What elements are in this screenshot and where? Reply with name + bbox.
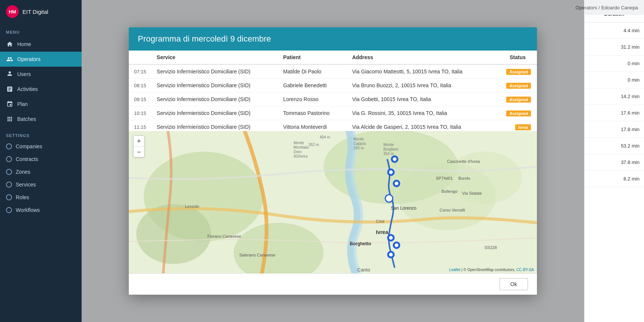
dot-icon-services	[6, 182, 12, 188]
home-icon	[6, 40, 13, 48]
sidebar-item-label: Batches	[17, 116, 36, 122]
modal-overlay: Programma di mercoledì 9 dicembre Servic…	[82, 0, 584, 322]
svg-text:Lessolo: Lessolo	[185, 204, 199, 209]
map-attribution: Leaflet | © OpenStreetMap contributors, …	[449, 268, 534, 272]
sidebar-item-label: Home	[17, 41, 31, 47]
sidebar-item-plan[interactable]: Plan	[0, 97, 82, 112]
table-row: 10:15 Servizio Infermieristico Domicilia…	[129, 106, 537, 120]
schedule-table: Service Patient Address Status 07:15 Ser…	[129, 51, 537, 131]
sidebar: HM EIT Digital MENU Home Operators Users…	[0, 0, 82, 322]
sidebar-item-home[interactable]: Home	[0, 37, 82, 52]
sidebar-item-roles[interactable]: Roles	[0, 191, 82, 204]
cell-patient: Gabriele Benedetti	[278, 79, 347, 92]
sidebar-item-companies[interactable]: Companies	[0, 140, 82, 153]
map-container[interactable]: Lessolo Loranzè Loranzè Alto Fiorano Can…	[129, 131, 537, 273]
sidebar-setting-label: Roles	[16, 194, 29, 200]
modal-header: Programma di mercoledì 9 dicembre	[129, 27, 537, 51]
sidebar-item-label: Activities	[17, 86, 38, 92]
cell-service: Servizio Infermieristico Domiciliare (SI…	[152, 79, 278, 92]
col-header-status: Status	[493, 51, 537, 64]
menu-section-label: MENU	[0, 23, 82, 37]
sidebar-setting-label: Workflows	[16, 207, 40, 213]
sidebar-header: HM EIT Digital	[0, 0, 82, 23]
ccbysa-link[interactable]: CC-BY-SA	[516, 268, 534, 272]
svg-text:Cappra: Cappra	[353, 142, 366, 146]
zoom-out-button[interactable]: −	[134, 146, 144, 157]
table-row: 09:15 Servizio Infermieristico Domicilia…	[129, 92, 537, 106]
cell-patient: Vittoria Monteverdi	[278, 120, 347, 131]
sidebar-item-operators[interactable]: Operators	[0, 52, 82, 67]
svg-text:SP74d01: SP74d01	[436, 176, 453, 180]
sidebar-item-batches[interactable]: Batches	[0, 112, 82, 127]
cell-time: 10:15	[129, 106, 152, 120]
trip-row: 17.6 min	[584, 105, 644, 121]
operators-icon	[6, 55, 13, 63]
svg-point-19	[389, 253, 393, 256]
sidebar-item-services[interactable]: Services	[0, 178, 82, 191]
zoom-in-button[interactable]: +	[134, 136, 144, 146]
cell-address: Via Alcide de Gasperi, 2, 10015 Ivrea TO…	[347, 120, 493, 131]
status-badge: Assigned	[506, 110, 531, 116]
plan-icon	[6, 100, 13, 108]
sidebar-item-label: Operators	[17, 56, 40, 62]
cell-patient: Lorenzo Rosso	[278, 92, 347, 106]
trip-duration-panel: TripDuration 4.4 min 31.2 min 0 min 0 mi…	[584, 0, 644, 322]
svg-text:Mombaio: Mombaio	[294, 145, 309, 149]
leaflet-link[interactable]: Leaflet	[449, 268, 461, 272]
sidebar-setting-label: Services	[16, 182, 36, 188]
svg-point-15	[389, 236, 393, 240]
table-row: 11:15 Servizio Infermieristico Domicilia…	[129, 120, 537, 131]
schedule-table-container[interactable]: Service Patient Address Status 07:15 Ser…	[129, 51, 537, 131]
svg-text:Fiorano Canavese: Fiorano Canavese	[207, 234, 241, 239]
svg-text:Via Statale: Via Statale	[462, 191, 482, 195]
cell-status: Assigned	[493, 106, 537, 120]
svg-text:Cascinette d'Ivrea: Cascinette d'Ivrea	[447, 159, 480, 164]
cell-status: Assigned	[493, 64, 537, 79]
sidebar-item-zones[interactable]: Zones	[0, 165, 82, 178]
svg-text:293 m: 293 m	[353, 146, 364, 150]
svg-text:404 m: 404 m	[320, 135, 330, 139]
modal-footer: Ok	[129, 273, 537, 295]
svg-text:352 m: 352 m	[309, 143, 319, 147]
cell-patient: Matilde Di Paolo	[278, 64, 347, 79]
svg-text:354 m: 354 m	[383, 152, 394, 156]
breadcrumb-path: Operators / Edoardo Canepa	[575, 5, 638, 10]
table-row: 08:15 Servizio Infermieristico Domicilia…	[129, 79, 537, 92]
sidebar-item-activities[interactable]: Activities	[0, 82, 82, 97]
svg-text:Brogliaro: Brogliaro	[383, 147, 398, 151]
svg-text:Ivrea: Ivrea	[376, 229, 388, 235]
cell-service: Servizio Infermieristico Domiciliare (SI…	[152, 92, 278, 106]
dot-icon-zones	[6, 169, 12, 175]
cell-address: Via Bruno Buozzi, 2, 10015 Ivrea TO, Ita…	[347, 79, 493, 92]
status-badge: Assigned	[506, 83, 531, 89]
cell-address: Via Giacomo Matteotti, 5, 10015 Ivrea TO…	[347, 64, 493, 79]
schedule-modal: Programma di mercoledì 9 dicembre Servic…	[129, 27, 537, 295]
dot-icon-workflows	[6, 207, 12, 213]
trip-row: 37.8 min	[584, 154, 644, 171]
sidebar-item-contracts[interactable]: Contracts	[0, 153, 82, 165]
svg-text:Corso Vercelli: Corso Vercelli	[440, 208, 465, 212]
users-icon	[6, 70, 13, 78]
main-area: Operators / Edoardo Canepa TripDuration …	[82, 0, 644, 322]
svg-point-10	[389, 170, 393, 174]
svg-text:Borghetto: Borghetto	[350, 241, 371, 246]
svg-text:Salerano Canavese: Salerano Canavese	[239, 253, 276, 257]
dot-icon-roles	[6, 194, 12, 200]
cell-status: Assigned	[493, 79, 537, 92]
batches-icon	[6, 115, 13, 123]
settings-section-label: SETTINGS	[0, 127, 82, 140]
svg-point-17	[395, 243, 398, 247]
status-badge: Assigned	[506, 69, 531, 75]
activities-icon	[6, 85, 13, 93]
svg-point-2	[136, 204, 211, 264]
app-logo: HM	[6, 5, 19, 18]
svg-text:Crist: Crist	[376, 219, 385, 224]
dot-icon-companies	[6, 143, 12, 149]
sidebar-item-workflows[interactable]: Workflows	[0, 204, 82, 216]
modal-title: Programma di mercoledì 9 dicembre	[138, 34, 271, 43]
dot-icon-contracts	[6, 156, 12, 162]
sidebar-item-users[interactable]: Users	[0, 67, 82, 82]
cell-address: Via Gobetti, 10015 Ivrea TO, Italia	[347, 92, 493, 106]
ok-button[interactable]: Ok	[499, 278, 528, 290]
sidebar-setting-label: Zones	[16, 169, 30, 175]
